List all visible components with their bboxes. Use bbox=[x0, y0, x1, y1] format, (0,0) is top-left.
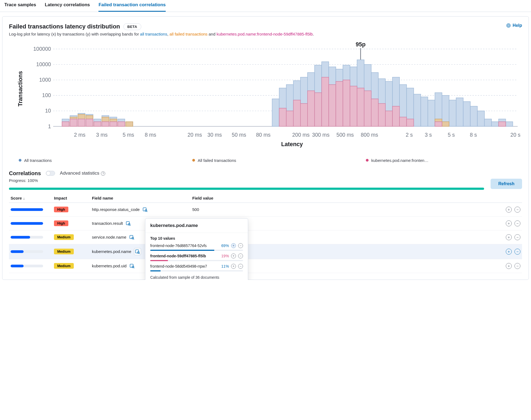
advanced-stats-toggle[interactable] bbox=[46, 171, 55, 176]
field-stats-icon[interactable] bbox=[126, 221, 131, 226]
svg-rect-116 bbox=[407, 119, 414, 126]
svg-text:80 ms: 80 ms bbox=[256, 132, 270, 137]
legend-failed[interactable]: All failed transactions bbox=[192, 158, 348, 163]
filter-in-button[interactable]: + bbox=[231, 254, 236, 258]
svg-rect-88 bbox=[442, 121, 449, 126]
impact-badge: High bbox=[54, 220, 68, 226]
help-icon bbox=[506, 23, 511, 28]
table-row[interactable]: Mediumkubernetes.pod.uid+− bbox=[9, 259, 522, 273]
svg-rect-111 bbox=[371, 99, 378, 126]
field-value-text: 500 bbox=[191, 203, 498, 216]
svg-line-124 bbox=[130, 225, 131, 226]
svg-text:1: 1 bbox=[48, 123, 51, 129]
popover-value-row[interactable]: frontend-node-76d8857764-52vfs69%+− bbox=[145, 242, 248, 249]
filter-in-button[interactable]: + bbox=[231, 264, 236, 269]
link-failed-transactions[interactable]: all failed transactions bbox=[169, 32, 207, 36]
popover-footer: Calculated from sample of 36 documents bbox=[145, 273, 248, 280]
table-row[interactable]: Hightransaction.resultHTTP 5xx+− bbox=[9, 216, 522, 230]
filter-out-button[interactable]: − bbox=[514, 207, 520, 213]
svg-rect-86 bbox=[126, 121, 133, 126]
svg-text:300 ms: 300 ms bbox=[312, 132, 330, 137]
svg-rect-65 bbox=[421, 97, 428, 126]
filter-out-button[interactable]: − bbox=[238, 264, 243, 269]
svg-text:100: 100 bbox=[42, 92, 51, 98]
svg-point-0 bbox=[507, 24, 511, 27]
filter-in-button[interactable]: + bbox=[231, 243, 236, 248]
svg-rect-104 bbox=[322, 77, 329, 126]
dot-icon bbox=[19, 159, 21, 162]
svg-rect-95 bbox=[110, 121, 117, 126]
col-field-name[interactable]: Field name bbox=[90, 194, 191, 203]
field-name-text: transaction.result bbox=[92, 221, 123, 226]
svg-rect-96 bbox=[118, 121, 125, 126]
field-stats-icon[interactable] bbox=[134, 248, 141, 255]
filter-out-button[interactable]: − bbox=[514, 263, 520, 269]
svg-rect-73 bbox=[477, 111, 484, 126]
svg-rect-75 bbox=[491, 121, 498, 126]
svg-rect-119 bbox=[143, 208, 146, 211]
filter-out-button[interactable]: − bbox=[238, 254, 243, 258]
svg-rect-105 bbox=[329, 84, 336, 126]
impact-badge: Medium bbox=[54, 249, 74, 254]
table-row[interactable]: Mediumkubernetes.pod.name-fl5lb+− bbox=[9, 244, 522, 259]
svg-rect-94 bbox=[102, 121, 109, 126]
table-row[interactable]: Highhttp.response.status_code500+− bbox=[9, 203, 522, 216]
svg-rect-66 bbox=[428, 100, 435, 126]
help-tooltip-icon[interactable]: ? bbox=[101, 171, 105, 176]
svg-rect-64 bbox=[414, 94, 421, 126]
dot-icon bbox=[192, 159, 195, 162]
popover-value-row[interactable]: frontend-node-58dd549498-rrpw711%+− bbox=[145, 263, 248, 270]
latency-chart: 100000 10000 1000 100 10 1 Transactions … bbox=[9, 40, 522, 156]
progress-label: Progress: 100% bbox=[9, 178, 484, 183]
svg-rect-101 bbox=[300, 103, 308, 126]
legend-all[interactable]: All transactions bbox=[19, 158, 175, 163]
svg-rect-125 bbox=[130, 235, 133, 239]
col-field-value[interactable]: Field value bbox=[191, 194, 498, 203]
svg-text:20 ms: 20 ms bbox=[187, 132, 202, 137]
score-bar bbox=[11, 222, 43, 225]
tab-failed-correlations[interactable]: Failed transaction correlations bbox=[98, 0, 166, 12]
svg-rect-90 bbox=[70, 119, 77, 126]
filter-out-button[interactable]: − bbox=[514, 249, 520, 255]
link-pod-filter[interactable]: kubernetes.pod.name:frontend-node-59dff4… bbox=[216, 32, 313, 36]
legend-pod[interactable]: kubernetes.pod.name:fronten… bbox=[366, 158, 522, 163]
svg-rect-112 bbox=[378, 103, 385, 126]
link-all-transactions[interactable]: all transactions bbox=[140, 32, 167, 36]
filter-in-button[interactable]: + bbox=[506, 234, 512, 240]
col-impact[interactable]: Impact bbox=[52, 194, 90, 203]
filter-out-button[interactable]: − bbox=[238, 243, 243, 248]
popover-value-pct: 19% bbox=[221, 254, 229, 258]
popover-value-row[interactable]: frontend-node-59dff47885-fl5lb19%+− bbox=[145, 252, 248, 259]
tab-latency-correlations[interactable]: Latency correlations bbox=[45, 0, 90, 12]
tab-trace-samples[interactable]: Trace samples bbox=[4, 0, 36, 12]
filter-in-button[interactable]: + bbox=[506, 249, 512, 255]
score-bar bbox=[11, 250, 43, 253]
impact-badge: Medium bbox=[54, 234, 74, 240]
filter-in-button[interactable]: + bbox=[506, 263, 512, 269]
svg-rect-128 bbox=[136, 250, 139, 253]
svg-point-126 bbox=[132, 237, 134, 239]
svg-line-127 bbox=[133, 239, 134, 239]
table-row[interactable]: Mediumservice.node.name6fb83842bd2+− bbox=[9, 230, 522, 244]
svg-text:500 ms: 500 ms bbox=[337, 132, 354, 137]
field-stats-icon[interactable] bbox=[129, 263, 135, 269]
filter-out-button[interactable]: − bbox=[514, 220, 520, 226]
field-stats-icon[interactable] bbox=[142, 207, 148, 212]
refresh-button[interactable]: Refresh bbox=[491, 179, 522, 189]
svg-text:Latency: Latency bbox=[281, 141, 303, 148]
svg-text:100000: 100000 bbox=[33, 46, 51, 52]
col-score[interactable]: Score ↓ bbox=[9, 194, 52, 203]
filter-out-button[interactable]: − bbox=[514, 234, 520, 240]
svg-text:30 ms: 30 ms bbox=[207, 132, 222, 137]
svg-rect-92 bbox=[86, 119, 93, 126]
popover-value-bar bbox=[150, 260, 243, 261]
filter-in-button[interactable]: + bbox=[506, 220, 512, 226]
svg-point-132 bbox=[132, 266, 134, 268]
panel-subtitle: Log-log plot for latency (x) by transact… bbox=[9, 31, 522, 37]
svg-text:50 ms: 50 ms bbox=[232, 132, 246, 137]
svg-line-133 bbox=[133, 267, 134, 268]
help-link[interactable]: Help bbox=[506, 23, 522, 28]
filter-in-button[interactable]: + bbox=[506, 207, 512, 213]
score-bar bbox=[11, 236, 43, 239]
field-stats-icon[interactable] bbox=[129, 235, 135, 240]
